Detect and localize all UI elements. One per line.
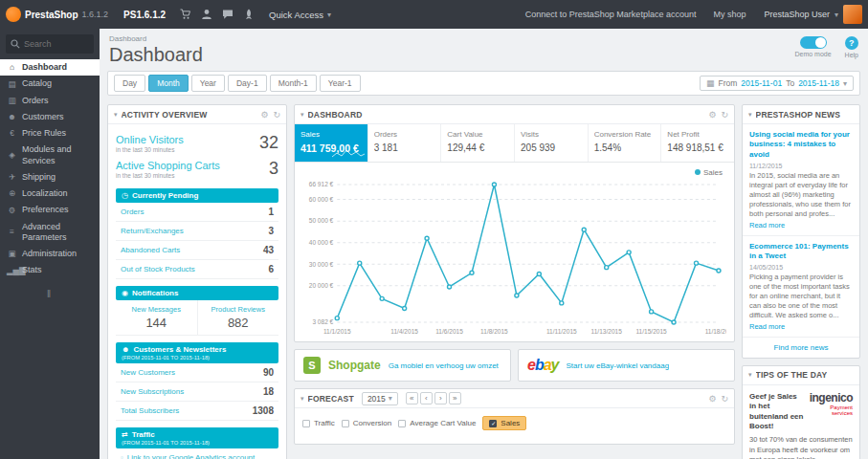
kpi-orders[interactable]: Orders 3 181 (367, 124, 441, 162)
product-reviews-metric[interactable]: Product Reviews 882 (197, 300, 279, 335)
demo-mode-label: Demo mode (794, 51, 831, 57)
sidebar-item-advanced-parameters[interactable]: ≡ Advanced Parameters (0, 219, 100, 247)
pending-row-orders[interactable]: Orders 1 (116, 203, 278, 222)
my-shop-link[interactable]: My shop (704, 10, 754, 19)
sidebar-item-preferences[interactable]: ⚙ Preferences (0, 202, 100, 218)
kpi-sales[interactable]: Sales 411 759,00 € (295, 124, 367, 162)
sidebar-item-localization[interactable]: ⊕ Localization (0, 186, 100, 202)
chart-legend-sales[interactable]: Sales (299, 168, 726, 177)
sidebar-item-label: Dashboard (22, 62, 67, 73)
panel-caret-icon[interactable]: ▾ (300, 395, 304, 403)
row-label: Out of Stock Products (121, 265, 195, 273)
page-title: Dashboard (109, 44, 203, 66)
active-carts-metric[interactable]: Active Shopping Carts in the last 30 min… (116, 156, 278, 182)
kpi-net-profit[interactable]: Net Profit 148 918,51 € (660, 124, 734, 162)
forecast-legend-average-cart-value[interactable]: Average Cart Value (398, 419, 476, 427)
search-icon (11, 39, 20, 49)
svg-text:11/13/2015: 11/13/2015 (591, 328, 623, 335)
date-range-picker[interactable]: ▦ From 2015-11-01 To 2015-11-18 ▾ (700, 76, 854, 91)
filter-year-button[interactable]: Year (191, 75, 225, 92)
ebay-link[interactable]: Start uw eBay-winkel vandaag (567, 361, 670, 370)
panel-caret-icon[interactable]: ▾ (748, 111, 752, 119)
filter-month-1-button[interactable]: Month-1 (270, 75, 317, 92)
sidebar-item-modules[interactable]: ◈ Modules and Services (0, 142, 100, 169)
help-icon[interactable]: ? (845, 36, 858, 50)
demo-mode-toggle[interactable] (800, 36, 827, 49)
refresh-icon[interactable]: ↻ (721, 394, 728, 404)
new-messages-metric[interactable]: New Messages 144 (116, 300, 197, 335)
gear-icon[interactable]: ⚙ (708, 110, 716, 120)
prestashop-brand[interactable]: PrestaShop 1.6.1.2 (0, 7, 114, 22)
shop-name-link[interactable]: PS1.6.1.2 (114, 10, 175, 20)
collapse-menu-icon[interactable]: ‖ (0, 279, 100, 309)
ebay-promo[interactable]: ebay Start uw eBay-winkel vandaag (518, 349, 735, 382)
rocket-icon[interactable] (238, 0, 259, 29)
news-item-title[interactable]: Ecommerce 101: Payments in a Tweet (749, 242, 853, 262)
gear-icon[interactable]: ⚙ (708, 394, 716, 404)
customers-notification-icon[interactable] (196, 0, 217, 29)
filter-month-button[interactable]: Month (148, 75, 189, 92)
read-more-link[interactable]: Read more (749, 322, 785, 331)
shopgate-promo[interactable]: S Shopgate Ga mobiel en verhoog uw omzet (294, 349, 511, 382)
refresh-icon[interactable]: ↻ (273, 110, 280, 120)
filter-day-1-button[interactable]: Day-1 (228, 75, 267, 92)
customers-row-new-customers[interactable]: New Customers 90 (116, 363, 278, 382)
localization-icon: ⊕ (7, 188, 17, 199)
ebay-letter: y (551, 357, 559, 373)
sidebar-item-dashboard[interactable]: ⌂ Dashboard (0, 59, 100, 76)
read-more-link[interactable]: Read more (749, 221, 785, 230)
google-analytics-link[interactable]: ▫ Link to your Google Analytics account (116, 448, 278, 459)
notifications-section-header: ◉ Notifications (116, 286, 278, 300)
kpi-cart-value[interactable]: Cart Value 129,44 € (440, 124, 514, 162)
cart-icon[interactable] (175, 0, 196, 29)
user-menu[interactable]: PrestaShop User ▾ (754, 0, 868, 29)
quick-access-menu[interactable]: Quick Access ▾ (259, 0, 341, 29)
pending-row-returns[interactable]: Return/Exchanges 3 (116, 222, 278, 241)
forecast-year-select[interactable]: 2015 ▾ (362, 392, 398, 405)
forecast-legend-traffic[interactable]: Traffic (302, 419, 335, 427)
row-value: 6 (268, 264, 274, 274)
svg-text:40 000 €: 40 000 € (309, 239, 334, 246)
sidebar-item-customers[interactable]: ☻ Customers (0, 109, 100, 125)
search-input[interactable] (24, 39, 87, 49)
gear-icon[interactable]: ⚙ (260, 110, 268, 120)
next-page-icon[interactable]: › (434, 392, 447, 404)
messages-notification-icon[interactable] (217, 0, 238, 29)
forecast-legend-sales[interactable]: Sales (482, 416, 526, 430)
panel-caret-icon[interactable]: ▾ (300, 111, 304, 119)
checkbox-icon (302, 420, 310, 427)
refresh-icon[interactable]: ↻ (721, 110, 728, 120)
pending-row-abandoned-carts[interactable]: Abandoned Carts 43 (116, 241, 278, 260)
sidebar-item-orders[interactable]: ▥ Orders (0, 93, 100, 109)
sidebar-item-price-rules[interactable]: € Price Rules (0, 125, 100, 142)
svg-text:3 082 €: 3 082 € (312, 318, 333, 325)
prev-page-icon[interactable]: ‹ (420, 392, 433, 404)
pending-row-out-of-stock[interactable]: Out of Stock Products 6 (116, 260, 278, 279)
last-page-icon[interactable]: » (449, 392, 461, 404)
help-control: ? Help (845, 36, 858, 58)
filter-year-1-button[interactable]: Year-1 (320, 75, 361, 92)
svg-text:11/15/2015: 11/15/2015 (635, 328, 667, 335)
online-visitors-metric[interactable]: Online Visitors in the last 30 minutes 3… (116, 130, 278, 156)
sidebar-item-administration[interactable]: ▣ Administration (0, 246, 100, 262)
customers-row-new-subscriptions[interactable]: New Subscriptions 18 (116, 382, 278, 402)
kpi-visits[interactable]: Visits 205 939 (514, 124, 588, 162)
kpi-label: Cart Value (447, 130, 508, 139)
shopgate-link[interactable]: Ga mobiel en verhoog uw omzet (389, 361, 499, 370)
first-page-icon[interactable]: « (406, 392, 418, 404)
sidebar-item-stats[interactable]: ▂▅▇ Stats (0, 262, 100, 278)
sidebar-item-catalog[interactable]: ▤ Catalog (0, 76, 100, 92)
filter-day-button[interactable]: Day (114, 75, 145, 92)
marketplace-link[interactable]: Connect to PrestaShop Marketplace accoun… (517, 10, 705, 19)
news-item-title[interactable]: Using social media for your business: 4 … (749, 130, 853, 160)
tips-of-the-day-panel: ▾ TIPS OF THE DAY Geef je Sales in het b… (742, 365, 860, 459)
customers-row-total-subscribers[interactable]: Total Subscribers 1308 (116, 402, 278, 421)
panel-caret-icon[interactable]: ▾ (114, 111, 118, 119)
kpi-label: Visits (521, 130, 582, 139)
find-more-news-link[interactable]: Find more news (743, 338, 859, 358)
forecast-legend-conversion[interactable]: Conversion (342, 419, 391, 427)
kpi-conversion-rate[interactable]: Conversion Rate 1.54% (588, 124, 661, 162)
panel-caret-icon[interactable]: ▾ (748, 371, 752, 379)
svg-text:11/18/201: 11/18/201 (705, 328, 726, 335)
sidebar-item-shipping[interactable]: ✈ Shipping (0, 169, 100, 186)
